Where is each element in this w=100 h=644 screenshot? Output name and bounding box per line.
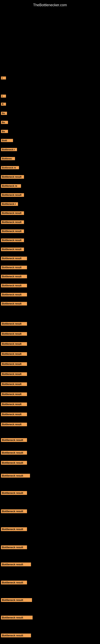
bottleneck-label-18: Bottleneck result xyxy=(1,238,24,242)
bottleneck-label-b5: Bottleneck result xyxy=(1,598,32,602)
bottleneck-label-c7: Bottleneck result xyxy=(1,382,27,386)
bottleneck-label-22: Bottleneck result xyxy=(1,275,27,278)
bottleneck-label-c10: Bottleneck result xyxy=(1,412,27,416)
bottleneck-label-11: Bottleneck result xyxy=(1,175,24,179)
bottleneck-label-c9: Bottleneck result xyxy=(1,402,27,406)
bottleneck-label-c2: Bottleneck result xyxy=(1,332,27,336)
bottleneck-label-b2: Bottleneck result xyxy=(1,474,30,478)
bottleneck-label-c13: Bottleneck result xyxy=(1,461,27,465)
bottleneck-label-b4: Bottleneck result xyxy=(1,562,31,566)
bottleneck-label-17: Bottleneck result xyxy=(1,230,24,233)
bottleneck-label-c4: Bottleneck result xyxy=(1,352,27,356)
bottleneck-label-3: B xyxy=(1,103,6,106)
bottleneck-label-4: Bo xyxy=(1,112,7,115)
bottleneck-label-c14: Bottleneck result xyxy=(1,491,27,495)
bottleneck-label-12: Bottleneck re xyxy=(1,184,21,188)
bottleneck-label-1: | xyxy=(1,76,6,80)
bottleneck-label-25: Bottleneck result xyxy=(1,302,27,306)
bottleneck-label-16: Bottleneck result xyxy=(1,220,24,224)
bottleneck-label-24: Bottleneck result xyxy=(1,293,27,296)
bottleneck-label-13: Bottleneck result xyxy=(1,193,24,197)
site-title: TheBottlenecker.com xyxy=(0,1,100,9)
bottleneck-label-9: Bottlenec xyxy=(1,157,15,160)
bottleneck-label-c17: Bottleneck result xyxy=(1,580,27,584)
bottleneck-label-23: Bottleneck result xyxy=(1,284,27,288)
bottleneck-label-c1: Bottleneck result xyxy=(1,322,27,326)
bottleneck-label-8: Bottleneck r xyxy=(1,148,17,151)
bottleneck-label-c15: Bottleneck result xyxy=(1,527,27,531)
bottleneck-label-6: Bo xyxy=(1,130,8,133)
bottleneck-label-5: Bo xyxy=(1,121,8,124)
bottleneck-label-14: Bottleneck r xyxy=(1,202,18,206)
bottleneck-label-b3: Bottleneck result xyxy=(1,509,27,513)
bottleneck-label-20: Bottleneck result xyxy=(1,256,27,260)
bottleneck-label-c3: Bottleneck result xyxy=(1,342,27,346)
bottleneck-label-10: Bottleneck re xyxy=(1,166,19,169)
bottleneck-label-c6: Bottleneck result xyxy=(1,372,27,376)
bottleneck-label-21: Bottleneck result xyxy=(1,266,27,269)
bottleneck-label-b1: Bottleneck result xyxy=(1,438,27,442)
bottleneck-label-c16: Bottleneck result xyxy=(1,546,27,549)
bottleneck-label-c8: Bottleneck result xyxy=(1,392,27,396)
bottleneck-label-2: | xyxy=(1,94,6,98)
bottleneck-label-7: Bottl xyxy=(1,139,13,142)
bottleneck-label-b7: Bottleneck result xyxy=(1,634,31,637)
bottleneck-label-15: Bottleneck result xyxy=(1,211,24,215)
bottleneck-label-b6: Bottleneck result xyxy=(1,616,33,620)
bottleneck-label-c12: Bottleneck result xyxy=(1,451,27,454)
bottleneck-label-c11: Bottleneck result xyxy=(1,422,27,426)
bottleneck-label-c5: Bottleneck result xyxy=(1,362,27,366)
bottleneck-label-19: Bottleneck result xyxy=(1,248,24,251)
